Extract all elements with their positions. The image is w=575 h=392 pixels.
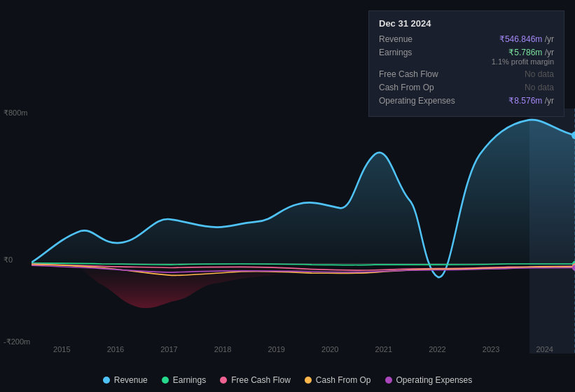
legend-earnings[interactable]: Earnings: [162, 375, 206, 385]
revenue-fill: [32, 120, 575, 277]
tooltip-label-fcf: Free Cash Flow: [379, 69, 456, 79]
x-label-2019: 2019: [268, 345, 284, 354]
legend-dot-opex: [385, 377, 392, 384]
legend-dot-earnings: [162, 377, 169, 384]
tooltip-value-earnings: ₹5.786m /yr: [492, 48, 554, 57]
x-label-2020: 2020: [321, 345, 338, 354]
tooltip-value-revenue: ₹546.846m /yr: [499, 34, 554, 44]
tooltip-label-cfo: Cash From Op: [379, 83, 456, 92]
legend-label-cfo: Cash From Op: [316, 375, 371, 385]
tooltip-row-earnings: Earnings ₹5.786m /yr 1.1% profit margin: [379, 48, 554, 66]
legend-label-earnings: Earnings: [173, 375, 206, 385]
tooltip-card: Dec 31 2024 Revenue ₹546.846m /yr Earnin…: [368, 10, 564, 117]
y-label-zero: ₹0: [4, 255, 13, 265]
tooltip-row-fcf: Free Cash Flow No data: [379, 69, 554, 79]
legend-label-fcf: Free Cash Flow: [231, 375, 291, 385]
tooltip-sub-earnings: 1.1% profit margin: [492, 57, 554, 66]
tooltip-row-opex: Operating Expenses ₹8.576m /yr: [379, 96, 554, 106]
legend-revenue[interactable]: Revenue: [103, 375, 148, 385]
x-label-2017: 2017: [160, 345, 177, 354]
tooltip-value-opex: ₹8.576m /yr: [508, 96, 554, 106]
legend-label-opex: Operating Expenses: [396, 375, 473, 385]
tooltip-row-revenue: Revenue ₹546.846m /yr: [379, 34, 554, 44]
legend-dot-revenue: [103, 377, 110, 384]
legend-dot-cfo: [305, 377, 312, 384]
x-label-2024: 2024: [536, 345, 553, 354]
legend-opex[interactable]: Operating Expenses: [385, 375, 473, 385]
x-label-2016: 2016: [107, 345, 124, 354]
chart-area: ₹800m ₹0 -₹200m: [0, 108, 575, 354]
x-label-2015: 2015: [53, 345, 70, 354]
tooltip-date: Dec 31 2024: [379, 18, 554, 29]
tooltip-value-cfo: No data: [525, 83, 554, 92]
legend-fcf[interactable]: Free Cash Flow: [220, 375, 291, 385]
legend-label-revenue: Revenue: [114, 375, 148, 385]
y-label-top: ₹800m: [4, 108, 28, 118]
chart-legend: Revenue Earnings Free Cash Flow Cash Fro…: [0, 375, 575, 385]
x-label-2018: 2018: [214, 345, 231, 354]
tooltip-label-opex: Operating Expenses: [379, 96, 456, 106]
tooltip-label-earnings: Earnings: [379, 48, 456, 57]
y-label-bottom: -₹200m: [4, 337, 30, 346]
x-axis: 2015 2016 2017 2018 2019 2020 2021 2022 …: [35, 345, 571, 354]
x-label-2023: 2023: [483, 345, 499, 354]
legend-dot-fcf: [220, 377, 227, 384]
tooltip-value-fcf: No data: [525, 69, 554, 79]
x-label-2022: 2022: [429, 345, 445, 354]
chart-svg: [32, 108, 575, 354]
tooltip-label-revenue: Revenue: [379, 34, 456, 44]
tooltip-row-cfo: Cash From Op No data: [379, 83, 554, 92]
legend-cfo[interactable]: Cash From Op: [305, 375, 371, 385]
x-label-2021: 2021: [375, 345, 392, 354]
